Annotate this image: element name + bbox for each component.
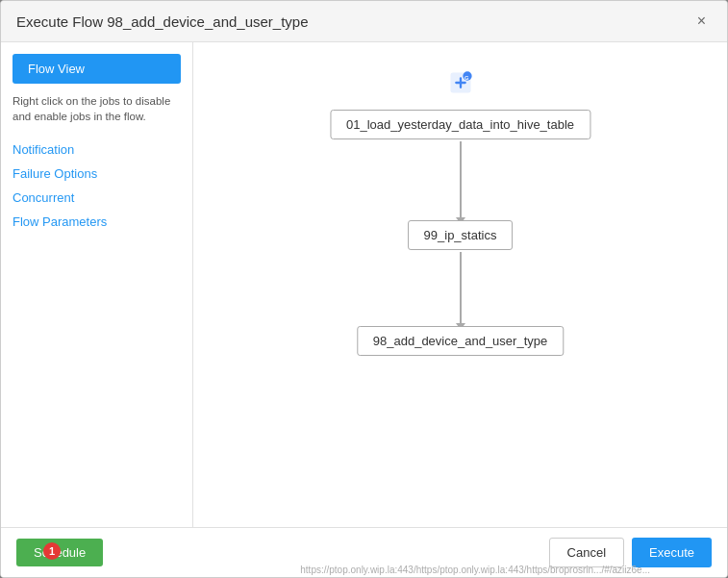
footer-right: Cancel Execute — [549, 538, 712, 567]
flow-node-2[interactable]: 99_ip_statics — [408, 220, 514, 250]
execute-flow-modal: Execute Flow 98_add_device_and_user_type… — [0, 0, 728, 578]
flow-node-3[interactable]: 98_add_device_and_user_type — [357, 326, 564, 356]
flow-icon: G — [447, 69, 474, 102]
flow-canvas-container: G 01_load_yesterday_data_into_hive_table… — [193, 42, 727, 527]
modal-title: Execute Flow 98_add_device_and_user_type — [16, 13, 309, 30]
svg-text:G: G — [464, 75, 469, 81]
url-hint: https://ptop.only.wip.la:443/https/ptop.… — [300, 565, 650, 575]
close-button[interactable]: × — [691, 11, 712, 32]
connector-line-2 — [460, 252, 462, 326]
modal-header: Execute Flow 98_add_device_and_user_type… — [1, 1, 727, 42]
flow-view-button[interactable]: Flow View — [13, 54, 181, 84]
footer-left: 1 Schedule — [16, 539, 103, 566]
schedule-badge: 1 — [43, 542, 61, 560]
modal-footer: 1 Schedule Cancel Execute https://ptop.o… — [1, 527, 727, 577]
sidebar: Flow View Right click on the jobs to dis… — [1, 42, 193, 527]
connector-line-1 — [460, 141, 462, 220]
flow-node-1[interactable]: 01_load_yesterday_data_into_hive_table — [330, 110, 590, 139]
modal-body: Flow View Right click on the jobs to dis… — [1, 42, 727, 527]
cancel-button[interactable]: Cancel — [549, 538, 624, 567]
sidebar-link-failure-options[interactable]: Failure Options — [13, 162, 181, 186]
sidebar-link-notification[interactable]: Notification — [13, 138, 181, 162]
sidebar-link-flow-parameters[interactable]: Flow Parameters — [13, 210, 181, 234]
execute-button[interactable]: Execute — [632, 538, 712, 567]
sidebar-link-concurrent[interactable]: Concurrent — [13, 186, 181, 210]
flow-canvas: G 01_load_yesterday_data_into_hive_table… — [193, 42, 727, 527]
sidebar-hint: Right click on the jobs to disable and e… — [13, 93, 181, 124]
